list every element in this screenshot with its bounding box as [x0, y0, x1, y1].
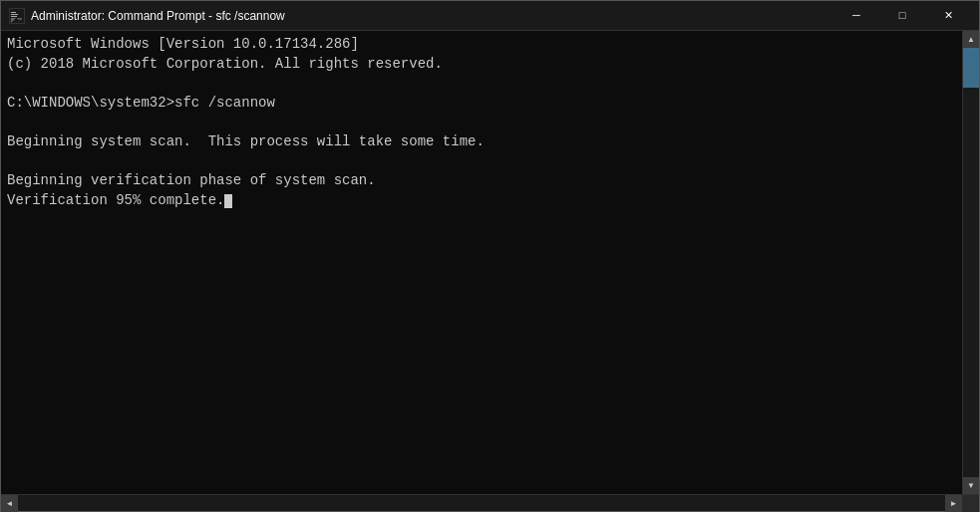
console-line: C:\WINDOWS\system32>sfc /scannow: [7, 94, 956, 114]
scroll-right-button[interactable]: ►: [945, 495, 962, 512]
svg-rect-2: [11, 14, 18, 15]
console-body: Microsoft Windows [Version 10.0.17134.28…: [1, 31, 979, 494]
h-scrollbar-track[interactable]: [18, 495, 945, 511]
close-button[interactable]: ✕: [925, 1, 971, 31]
minimize-button[interactable]: ─: [833, 1, 879, 31]
console-line: Microsoft Windows [Version 10.0.17134.28…: [7, 35, 956, 55]
cmd-icon: [9, 8, 25, 24]
scroll-up-button[interactable]: ▲: [963, 31, 980, 48]
scroll-left-button[interactable]: ◄: [1, 495, 18, 512]
console-line: Beginning system scan. This process will…: [7, 132, 956, 152]
console-line-cursor: Verification 95% complete.: [7, 191, 956, 211]
svg-rect-3: [11, 16, 17, 17]
maximize-button[interactable]: □: [879, 1, 925, 31]
close-icon: ✕: [944, 10, 953, 21]
window-controls: ─ □ ✕: [833, 1, 971, 31]
console-output[interactable]: Microsoft Windows [Version 10.0.17134.28…: [1, 31, 962, 494]
console-line-empty: [7, 152, 956, 172]
console-line: Beginning verification phase of system s…: [7, 171, 956, 191]
console-text: Verification 95% complete.: [7, 192, 224, 208]
scrollbar-corner: [962, 495, 979, 512]
titlebar: Administrator: Command Prompt - sfc /sca…: [1, 1, 979, 31]
maximize-icon: □: [899, 10, 906, 21]
window-title: Administrator: Command Prompt - sfc /sca…: [31, 9, 833, 23]
scrollbar-track[interactable]: [963, 48, 979, 477]
svg-rect-5: [18, 19, 22, 20]
minimize-icon: ─: [852, 10, 860, 21]
cursor-block: [224, 194, 232, 208]
scroll-down-button[interactable]: ▼: [963, 477, 980, 494]
console-line: (c) 2018 Microsoft Corporation. All righ…: [7, 55, 956, 75]
horizontal-scrollbar[interactable]: ◄ ►: [1, 494, 979, 511]
console-line-empty: [7, 113, 956, 132]
svg-rect-1: [11, 12, 16, 13]
scrollbar-thumb[interactable]: [963, 48, 979, 88]
cmd-window: Administrator: Command Prompt - sfc /sca…: [0, 0, 980, 512]
svg-rect-4: [17, 18, 22, 19]
console-line-empty: [7, 74, 956, 94]
vertical-scrollbar[interactable]: ▲ ▼: [962, 31, 979, 494]
